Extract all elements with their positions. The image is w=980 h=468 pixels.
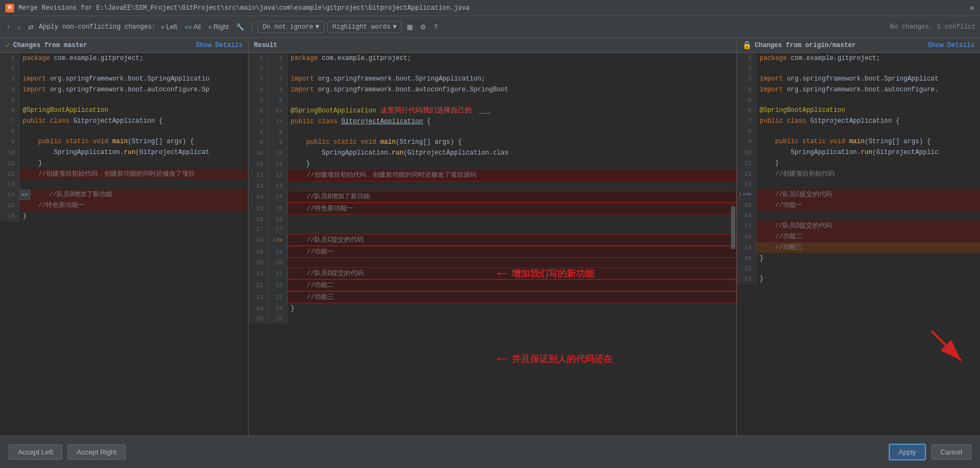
left-panel: ✓ Changes from master Show Details 1 pac… — [0, 38, 249, 436]
table-row: 3 3 import org.springframework.boot.Spri… — [249, 73, 736, 84]
table-row: 21 21 //队员D提交的代码 — [249, 268, 736, 279]
line-number: 22 — [737, 273, 756, 284]
left-code-area[interactable]: 1 package com.example.gitproject; 2 3 im… — [0, 53, 248, 436]
table-row: 1 package com.example.gitproject; — [737, 53, 980, 64]
left-show-details-link[interactable]: Show Details — [196, 42, 243, 49]
line-content — [287, 127, 736, 137]
ignore-dropdown[interactable]: Do not ignore ▼ — [258, 21, 324, 33]
barchart-button[interactable]: ▦ — [405, 22, 415, 32]
line-number: 2 — [0, 64, 19, 73]
table-row: 21 — [737, 264, 980, 273]
table-row: 13 — [0, 179, 248, 189]
line-number: 23 — [249, 291, 268, 303]
table-row: 14 ✕✕ //队员B增加了新功能 — [0, 189, 248, 200]
right-panel-title: Changes from origin/master — [755, 42, 856, 49]
line-number: 2 — [737, 64, 756, 73]
line-content: public class GitprojectApplication { — [19, 116, 248, 126]
line-content: @SpringBootApplication 这里同行代码我们选择自己的 ___ — [287, 105, 736, 116]
table-row: 10 SpringApplication.run(GitprojectAppli… — [737, 147, 980, 158]
merge-control-icon[interactable]: ✕✕ — [21, 191, 28, 198]
merge-icon-button[interactable]: ⇄ — [26, 22, 36, 32]
double-arrow-right-icon: « — [208, 23, 212, 31]
line-content — [19, 64, 248, 73]
arrow-up-button[interactable]: ↑ — [4, 22, 12, 32]
highlight-dropdown[interactable]: Highlight words ▼ — [327, 21, 401, 33]
title-text: Merge Revisions for E:\JavaEE\SSM_Projec… — [18, 4, 469, 12]
line-content: import org.springframework.boot.SpringAp… — [756, 73, 980, 84]
line-number: 8 — [249, 127, 268, 137]
line-content: //创建项目初始代码 — [756, 169, 980, 179]
line-number: 19 — [249, 246, 268, 258]
arrow-icon-2: ← — [497, 349, 507, 369]
status-text: No changes. 1 conflict — [890, 23, 976, 31]
close-button[interactable]: ✕ — [970, 3, 975, 12]
ignore-dropdown-label: Do not ignore — [263, 23, 313, 31]
line-number: 5 — [0, 95, 19, 105]
line-content — [756, 264, 980, 273]
apply-right-button[interactable]: « Right — [206, 22, 231, 32]
line-number: 15 — [249, 203, 268, 215]
apply-button[interactable]: Apply — [889, 444, 926, 460]
table-row: 3 import org.springframework.boot.Spring… — [737, 73, 980, 84]
line-number-2: 1 — [268, 53, 287, 64]
accept-left-button[interactable]: Accept Left — [9, 444, 62, 460]
line-number: 12 — [737, 169, 756, 179]
line-number: 18 — [249, 234, 268, 246]
table-row: 11 11 } — [249, 158, 736, 169]
barchart-icon: ▦ — [407, 23, 413, 31]
wrench-button[interactable]: 🔧 — [234, 22, 246, 32]
line-number-2: 24 — [268, 303, 287, 314]
cancel-button[interactable]: Cancel — [931, 444, 971, 460]
gear-button[interactable]: ⚙ — [418, 22, 428, 32]
line-content: //队员D提交的代码 — [756, 220, 980, 231]
table-row: 7 7 ⚡ public class GitprojectApplication… — [249, 116, 736, 127]
accept-right-button[interactable]: Accept Right — [68, 444, 126, 460]
line-number: 1 — [249, 53, 268, 64]
apply-all-button[interactable]: «» All — [183, 22, 203, 32]
line-number: 17 — [737, 220, 756, 231]
scrollbar-thumb[interactable] — [731, 206, 735, 249]
line-content: //队员C提交的代码 — [287, 234, 736, 246]
line-content: package com.example.gitproject; — [287, 53, 736, 64]
line-number: 6 — [737, 105, 756, 116]
dropdown-arrow-icon: ▼ — [316, 23, 319, 31]
line-number: 10 — [249, 148, 268, 158]
line-number-2: 11 — [268, 158, 287, 169]
table-row: 12 //创建项目初始代码，创建新功能的同时还修改了项目 — [0, 169, 248, 179]
table-row: 17 //队员D提交的代码 — [737, 220, 980, 231]
table-row: 24 24 } — [249, 303, 736, 314]
line-content: //特色新功能一 — [19, 200, 248, 211]
toolbar: ↑ ↓ ⇄ Apply non-conflicting changes: » L… — [0, 16, 980, 38]
line-content: } — [756, 273, 980, 284]
table-row: 11 } — [737, 158, 980, 169]
help-button[interactable]: ? — [432, 22, 440, 32]
table-row: 8 — [0, 126, 248, 136]
table-row: 5 5 — [249, 95, 736, 105]
line-number: 10 — [0, 147, 19, 158]
divider-1 — [252, 22, 252, 32]
line-number: 11 — [0, 158, 19, 169]
line-content: public class GitprojectApplication { — [756, 116, 980, 126]
annotation-2: ← 并且保证别人的代码还在 — [497, 349, 613, 369]
right-code-area[interactable]: 1 package com.example.gitproject; 2 3 im… — [737, 53, 980, 436]
center-code-area[interactable]: 1 1 package com.example.gitproject; 2 2 … — [249, 53, 736, 436]
line-number: 10 — [737, 147, 756, 158]
line-number: 14 — [249, 191, 268, 203]
table-row: 9 9 public static void main(String[] arg… — [249, 137, 736, 148]
line-number: 13 — [737, 179, 756, 189]
line-number: 8 — [737, 126, 756, 136]
all-label: All — [193, 23, 200, 31]
line-content: //队员B增加了新功能 — [287, 191, 736, 203]
line-number-gutter2: 7 ⚡ — [268, 116, 287, 127]
line-content: import org.springframework.boot.autoconf… — [756, 84, 980, 95]
title-bar: M Merge Revisions for E:\JavaEE\SSM_Proj… — [0, 0, 980, 16]
right-show-details-link[interactable]: Show Details — [928, 42, 975, 49]
line-content: //功能一 — [756, 200, 980, 211]
line-number-2: 16 — [268, 215, 287, 224]
arrow-down-button[interactable]: ↓ — [15, 22, 23, 32]
table-row: 5 — [737, 95, 980, 105]
line-number: 16 — [0, 211, 19, 222]
line-content: SpringApplication.run(GitprojectApplicat… — [287, 148, 736, 158]
line-number-2: 8 — [268, 127, 287, 137]
apply-left-button[interactable]: » Left — [159, 22, 179, 32]
